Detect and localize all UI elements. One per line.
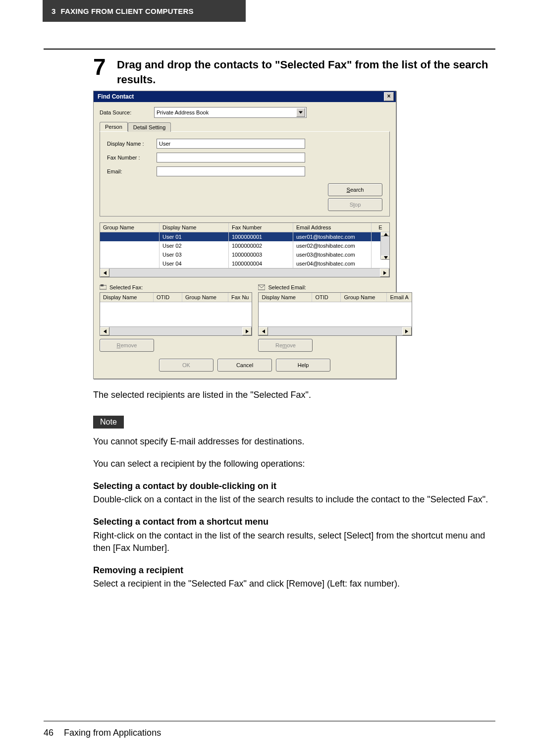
results-table: Group Name Display Name Fax Number Email…: [100, 222, 390, 277]
selected-fax-label: Selected Fax:: [109, 284, 143, 290]
note-label: Note: [93, 416, 124, 429]
scroll-left-icon[interactable]: [259, 327, 268, 335]
footer-rule: [44, 721, 495, 721]
email-label: Email:: [107, 168, 157, 174]
col-fax-number[interactable]: Fax Number: [229, 223, 293, 232]
sf-col-group[interactable]: Group Name: [182, 293, 228, 302]
chapter-title: FAXING FROM CLIENT COMPUTERS: [61, 7, 194, 15]
data-source-select[interactable]: Private Address Book: [154, 107, 307, 118]
vertical-scrollbar[interactable]: [380, 232, 389, 260]
scroll-left-icon[interactable]: [100, 327, 109, 335]
scroll-down-icon[interactable]: [381, 256, 389, 260]
para-doubleclick: Double-click on a contact in the list of…: [93, 493, 495, 506]
cell-email: user04@toshibatec.com: [293, 259, 372, 268]
cell-email: user02@toshibatec.com: [293, 241, 372, 250]
cell-group: [100, 232, 160, 241]
table-row[interactable]: User 03 1000000003 user03@toshibatec.com: [100, 250, 389, 259]
heading-remove: Removing a recipient: [93, 564, 495, 577]
cell-display: User 04: [160, 259, 229, 268]
data-source-label: Data Source:: [100, 109, 154, 115]
cell-email: user01@toshibatec.com: [293, 232, 372, 241]
step-instruction: Drag and drop the contacts to "Selected …: [117, 55, 495, 87]
col-display-name[interactable]: Display Name: [160, 223, 229, 232]
sf-col-fax[interactable]: Fax Nu: [228, 293, 252, 302]
para-shortcut: Right-click on the contact in the list o…: [93, 530, 495, 554]
dialog-footer: OK Cancel Help: [100, 359, 390, 372]
cell-display: User 02: [160, 241, 229, 250]
display-name-input[interactable]: [157, 139, 305, 149]
horizontal-scrollbar[interactable]: [100, 268, 389, 277]
selected-email-label: Selected Email:: [268, 284, 306, 290]
step-number: 7: [93, 55, 117, 78]
remove-fax-button: Remove: [100, 339, 154, 352]
cell-fax: 1000000001: [229, 232, 293, 241]
intro-line: You can select a recipient by the follow…: [93, 458, 495, 470]
cell-display: User 03: [160, 250, 229, 259]
cell-extra: [372, 259, 389, 268]
after-dialog-text: The selected recipients are listed in th…: [93, 389, 495, 401]
table-row[interactable]: User 02 1000000002 user02@toshibatec.com: [100, 241, 389, 250]
search-button[interactable]: SSearchearch: [328, 183, 382, 196]
tab-pane-person: Display Name : Fax Number : Email: SSear…: [100, 131, 390, 216]
ok-button: OK: [159, 359, 214, 372]
col-group-name[interactable]: Group Name: [100, 223, 160, 232]
heading-shortcut: Selecting a contact from a shortcut menu: [93, 516, 495, 528]
close-icon[interactable]: ×: [384, 92, 394, 101]
selected-fax-pane: Selected Fax: Display Name OTID Group Na…: [100, 284, 252, 352]
scroll-right-icon[interactable]: [380, 269, 389, 277]
data-source-value: Private Address Book: [157, 109, 209, 115]
dialog-title: Find Contact: [98, 93, 134, 100]
se-col-group[interactable]: Group Name: [341, 293, 387, 302]
se-col-display[interactable]: Display Name: [259, 293, 312, 302]
step: 7 Drag and drop the contacts to "Selecte…: [93, 55, 495, 87]
help-button[interactable]: Help: [276, 359, 330, 372]
cell-group: [100, 259, 160, 268]
tabs: Person Detail Setting: [100, 122, 390, 131]
remove-email-button: Remove: [258, 339, 313, 352]
horizontal-scrollbar[interactable]: [100, 326, 252, 335]
se-col-otid[interactable]: OTID: [312, 293, 341, 302]
cell-email: user03@toshibatec.com: [293, 250, 372, 259]
table-row[interactable]: User 04 1000000004 user04@toshibatec.com: [100, 259, 389, 268]
cell-fax: 1000000003: [229, 250, 293, 259]
fax-number-input[interactable]: [157, 153, 305, 162]
cancel-button[interactable]: Cancel: [217, 359, 272, 372]
scroll-up-icon[interactable]: [381, 232, 389, 236]
horizontal-scrollbar[interactable]: [259, 326, 411, 335]
selected-fax-list[interactable]: Display Name OTID Group Name Fax Nu: [100, 292, 252, 336]
email-input[interactable]: [157, 166, 305, 176]
results-body: User 01 1000000001 user01@toshibatec.com…: [100, 232, 389, 268]
chapter-number: 3: [52, 7, 56, 15]
note-line1: You cannot specify E-mail addresses for …: [93, 435, 495, 448]
chapter-header: 3 FAXING FROM CLIENT COMPUTERS: [43, 0, 246, 22]
tab-detail-setting[interactable]: Detail Setting: [128, 122, 171, 132]
cell-group: [100, 241, 160, 250]
se-col-email[interactable]: Email A: [387, 293, 411, 302]
selected-email-list[interactable]: Display Name OTID Group Name Email A: [258, 292, 412, 336]
page-footer: 46 Faxing from Applications: [44, 728, 161, 738]
tab-person[interactable]: Person: [100, 122, 128, 131]
chevron-down-icon[interactable]: [296, 108, 305, 117]
display-name-label: Display Name :: [107, 141, 157, 147]
sf-col-otid[interactable]: OTID: [154, 293, 182, 302]
para-remove: Select a recipient in the "Selected Fax"…: [93, 578, 495, 590]
cell-display: User 01: [160, 232, 229, 241]
fax-number-label: Fax Number :: [107, 155, 157, 161]
selected-email-pane: Selected Email: Display Name OTID Group …: [258, 284, 412, 352]
fax-icon: [100, 284, 107, 290]
cell-fax: 1000000002: [229, 241, 293, 250]
heading-doubleclick: Selecting a contact by double-clicking o…: [93, 480, 495, 492]
table-row[interactable]: User 01 1000000001 user01@toshibatec.com: [100, 232, 389, 241]
cell-fax: 1000000004: [229, 259, 293, 268]
col-email-address[interactable]: Email Address: [293, 223, 372, 232]
scroll-right-icon[interactable]: [402, 327, 412, 335]
sf-col-display[interactable]: Display Name: [100, 293, 154, 302]
mail-icon: [258, 284, 265, 290]
scroll-right-icon[interactable]: [242, 327, 252, 335]
find-contact-dialog: Find Contact × Data Source: Private Addr…: [93, 91, 396, 379]
scroll-left-icon[interactable]: [100, 269, 109, 277]
footer-section: Faxing from Applications: [64, 728, 161, 738]
svg-rect-1: [101, 284, 104, 286]
header-rule: [44, 49, 495, 50]
col-extra[interactable]: E: [372, 223, 389, 232]
